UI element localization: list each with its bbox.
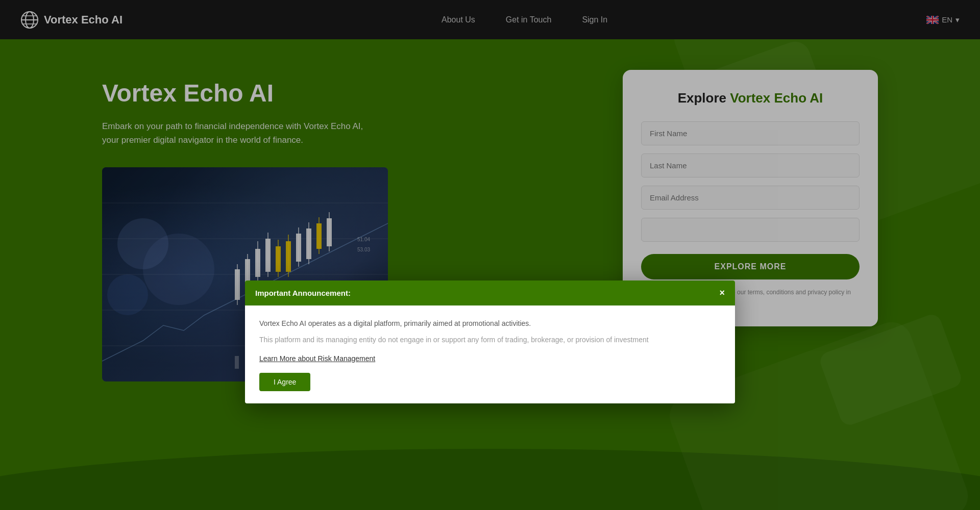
risk-management-link[interactable]: Learn More about Risk Management — [259, 354, 375, 363]
modal-text-2: This platform and its managing entity do… — [259, 334, 721, 345]
modal-close-button[interactable]: × — [719, 288, 725, 298]
modal-overlay: Important Announcement: × Vortex Echo AI… — [0, 0, 980, 510]
modal-body: Vortex Echo AI operates as a digital pla… — [245, 305, 735, 403]
modal-text-1: Vortex Echo AI operates as a digital pla… — [259, 318, 721, 329]
agree-button[interactable]: I Agree — [259, 373, 310, 391]
modal-header-title: Important Announcement: — [255, 289, 351, 297]
modal-header: Important Announcement: × — [245, 280, 735, 305]
announcement-modal: Important Announcement: × Vortex Echo AI… — [245, 280, 735, 403]
